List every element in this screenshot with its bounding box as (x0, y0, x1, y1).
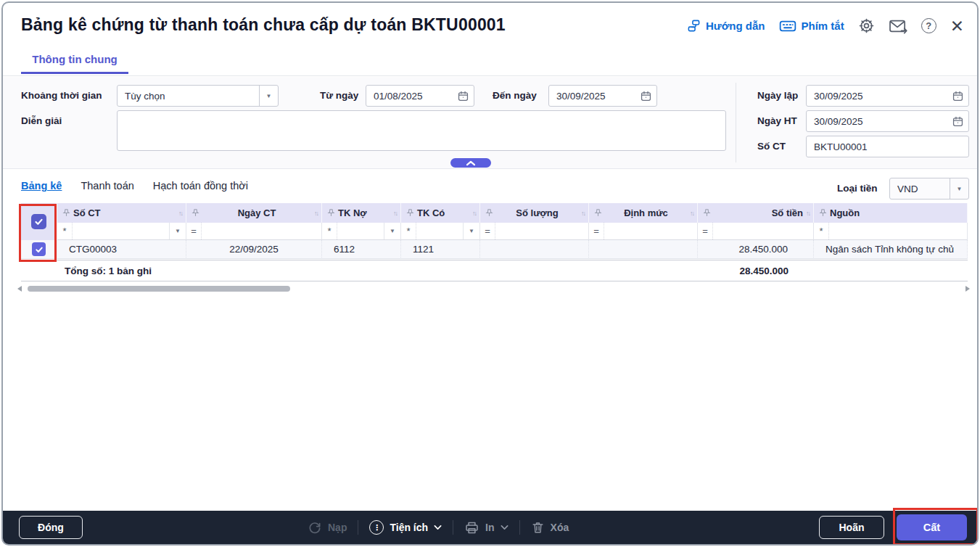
chevron-down-icon[interactable]: ▼ (169, 223, 186, 239)
guide-link[interactable]: Hướng dẫn (687, 19, 765, 33)
cell-so-ct[interactable]: CTG00003 (57, 240, 186, 259)
pin-icon (703, 208, 711, 218)
filter-operator[interactable]: = (698, 223, 713, 239)
filter-input[interactable] (713, 223, 813, 239)
calendar-icon[interactable] (947, 90, 968, 102)
check-icon (35, 245, 44, 254)
scroll-left-arrow[interactable] (17, 286, 22, 292)
refresh-icon (308, 520, 322, 535)
tab-bang-ke[interactable]: Bảng kê (21, 180, 62, 192)
chevron-down-icon[interactable]: ▼ (384, 223, 400, 239)
filter-operator[interactable]: * (322, 223, 337, 239)
column-header-so-ct[interactable]: Số CT↑↓ (57, 203, 186, 223)
column-header-dinh-muc[interactable]: Định mức↑↓ (589, 203, 698, 223)
settings-icon[interactable] (858, 17, 875, 34)
filter-operator[interactable]: = (480, 223, 495, 239)
sort-icon[interactable]: ↑↓ (314, 210, 318, 217)
from-date-input[interactable] (366, 91, 452, 102)
sort-icon[interactable]: ↑↓ (690, 210, 693, 217)
filter-cell-so-luong: = (480, 223, 589, 240)
shortcut-link[interactable]: Phím tắt (779, 20, 844, 33)
cell-ngay-ct[interactable]: 22/09/2025 (186, 240, 322, 259)
filter-input[interactable] (337, 223, 384, 239)
description-label: Diễn giải (21, 110, 62, 132)
filter-input[interactable] (495, 223, 588, 239)
cell-tk-no[interactable]: 6112 (322, 240, 401, 259)
print-button[interactable]: In (464, 520, 508, 535)
trash-icon (531, 520, 545, 535)
row-checkbox[interactable] (32, 242, 46, 256)
period-value: Tùy chọn (118, 91, 259, 102)
select-all-checkbox[interactable] (31, 214, 46, 229)
filter-operator[interactable]: * (401, 223, 416, 239)
sort-icon[interactable]: ↑↓ (581, 210, 585, 217)
sort-icon[interactable]: ↑↓ (806, 210, 810, 217)
doc-number-input[interactable] (807, 141, 968, 152)
tab-thong-tin-chung[interactable]: Thông tin chung (21, 53, 128, 74)
close-button[interactable]: Đóng (19, 516, 83, 539)
scroll-right-arrow[interactable] (965, 286, 970, 292)
column-header-nguon[interactable]: Nguồn (814, 203, 968, 223)
utilities-button[interactable]: ⋮ Tiện ích (369, 520, 442, 535)
to-date-input[interactable] (549, 91, 635, 102)
to-date-label: Đến ngày (493, 85, 537, 107)
horizontal-scrollbar[interactable] (16, 285, 970, 292)
filter-input[interactable] (73, 223, 169, 239)
sort-icon[interactable]: ↑↓ (393, 210, 397, 217)
filter-input[interactable] (416, 223, 463, 239)
currency-select[interactable]: VND ▼ (889, 178, 969, 200)
calendar-icon[interactable] (452, 90, 474, 102)
column-header-tk-co[interactable]: TK Có↑↓ (401, 203, 480, 223)
filter-operator[interactable]: * (814, 223, 829, 239)
tab-thanh-toan[interactable]: Thanh toán (81, 180, 133, 192)
cell-tk-co[interactable]: 1121 (401, 240, 480, 259)
filter-operator[interactable]: = (186, 223, 202, 239)
tab-hach-toan-dong-thoi[interactable]: Hạch toán đồng thời (153, 180, 248, 192)
save-button[interactable]: Cất (897, 514, 967, 540)
cell-dinh-muc[interactable] (589, 240, 698, 259)
chevron-down-icon (501, 525, 508, 530)
filter-input[interactable] (604, 223, 697, 239)
filter-operator[interactable]: = (589, 223, 604, 239)
filter-input[interactable] (202, 223, 321, 239)
calendar-icon[interactable] (635, 90, 656, 102)
guide-icon (687, 19, 701, 33)
page-title: Bảng kê chứng từ thanh toán chưa cấp dự … (21, 15, 506, 35)
column-header-so-tien[interactable]: Số tiền↑↓ (698, 203, 814, 223)
row-select-cell (21, 240, 57, 259)
help-icon[interactable]: ? (921, 18, 936, 33)
scrollbar-thumb[interactable] (28, 286, 290, 292)
description-textarea[interactable] (117, 110, 726, 151)
shortcut-label: Phím tắt (802, 20, 844, 32)
posting-date-input[interactable] (807, 116, 947, 127)
feedback-mail-icon[interactable] (889, 18, 907, 34)
created-date-input[interactable] (807, 91, 947, 102)
filter-cell-tk-co: *▼ (401, 223, 480, 240)
period-select[interactable]: Tùy chọn ▼ (117, 85, 279, 107)
postpone-button[interactable]: Hoãn (819, 516, 884, 539)
close-icon[interactable]: ✕ (950, 19, 964, 33)
refresh-button[interactable]: Nạp (308, 520, 347, 535)
pin-icon (192, 208, 199, 218)
collapse-form-button[interactable] (450, 158, 491, 168)
column-header-ngay-ct[interactable]: Ngày CT↑↓ (186, 203, 322, 223)
column-header-so-luong[interactable]: Số lượng↑↓ (480, 203, 589, 223)
chevron-down-icon[interactable]: ▼ (259, 86, 278, 106)
calendar-icon[interactable] (947, 115, 968, 128)
cell-nguon[interactable]: Ngân sách Tỉnh không tự chủ (814, 240, 968, 259)
chevron-down-icon[interactable]: ▼ (463, 223, 479, 239)
chevron-down-icon[interactable]: ▼ (950, 178, 968, 199)
general-info-form: Khoảng thời gian Tùy chọn ▼ Từ ngày Đến … (3, 77, 977, 168)
delete-button[interactable]: Xóa (531, 520, 569, 535)
cell-so-luong[interactable] (480, 240, 589, 259)
sort-icon[interactable]: ↑↓ (472, 210, 476, 217)
filter-input[interactable] (829, 223, 967, 239)
pin-icon (62, 208, 70, 218)
chevron-down-icon (434, 525, 442, 530)
doc-number-field (806, 136, 969, 157)
filter-operator[interactable]: * (57, 223, 73, 239)
column-header-tk-no[interactable]: TK Nợ↑↓ (322, 203, 401, 223)
filter-cell-so-ct: *▼ (57, 223, 186, 240)
cell-so-tien[interactable]: 28.450.000 (698, 240, 814, 259)
sort-icon[interactable]: ↑↓ (178, 210, 182, 217)
